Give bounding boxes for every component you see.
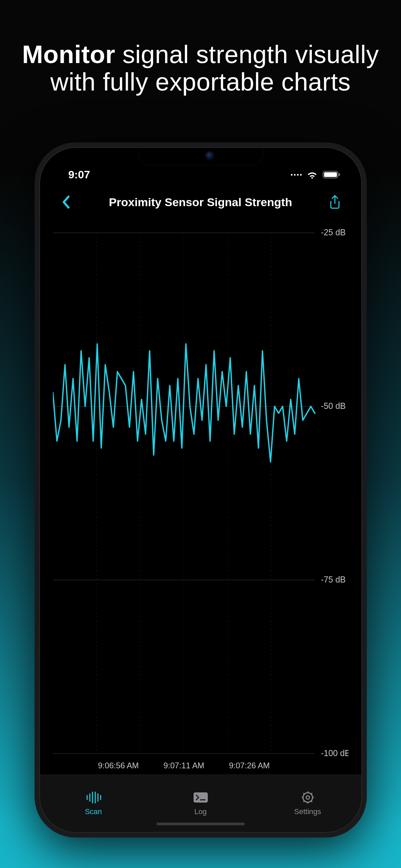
svg-rect-2 [339, 173, 340, 176]
tab-settings[interactable]: Settings [254, 775, 361, 832]
chevron-left-icon [62, 195, 71, 209]
back-button[interactable] [58, 195, 75, 209]
svg-text:-100 dB: -100 dB [321, 748, 348, 757]
device-notch [138, 148, 263, 165]
svg-text:9:07:26 AM: 9:07:26 AM [229, 761, 269, 770]
tab-log-label: Log [194, 807, 207, 816]
svg-text:9:06:56 AM: 9:06:56 AM [98, 761, 139, 770]
hero-bold: Monitor [22, 40, 115, 68]
svg-text:-50 dB: -50 dB [321, 401, 345, 410]
hero-rest1: signal strength visually [115, 40, 379, 68]
svg-text:-25 dB: -25 dB [321, 227, 345, 237]
phone-frame: 9:07 Proximity Sensor Signal Strength [35, 142, 367, 837]
svg-line-34 [311, 793, 312, 794]
gear-icon [301, 791, 315, 804]
tab-bar: Scan Log Settings [40, 774, 361, 832]
status-right [291, 170, 341, 179]
terminal-icon [193, 791, 208, 804]
hero-headline: Monitor signal strength visually with fu… [0, 41, 401, 96]
battery-icon [323, 170, 341, 179]
svg-text:9:07:11 AM: 9:07:11 AM [163, 761, 204, 770]
screen-title: Proximity Sensor Signal Strength [75, 196, 327, 209]
scan-icon [86, 791, 101, 804]
svg-rect-1 [324, 172, 337, 177]
svg-rect-25 [194, 792, 208, 803]
hero-rest2: with fully exportable charts [51, 68, 351, 96]
svg-line-33 [311, 801, 312, 802]
share-icon [328, 195, 342, 210]
nav-bar: Proximity Sensor Signal Strength [40, 189, 361, 216]
tab-settings-label: Settings [294, 807, 321, 816]
cellular-dots-icon [291, 174, 302, 176]
svg-point-26 [303, 793, 313, 802]
signal-chart[interactable]: -25 dB-50 dB-75 dB-100 dB9:06:56 AM9:07:… [53, 226, 348, 774]
svg-point-27 [306, 796, 309, 799]
home-indicator[interactable] [157, 823, 245, 825]
wifi-icon [306, 170, 318, 179]
svg-line-32 [303, 793, 304, 794]
phone-screen: 9:07 Proximity Sensor Signal Strength [39, 147, 362, 833]
svg-text:-75 dB: -75 dB [321, 574, 345, 584]
share-button[interactable] [327, 195, 343, 210]
tab-scan-label: Scan [85, 807, 102, 816]
svg-line-35 [303, 801, 304, 802]
status-bar: 9:07 [40, 163, 361, 186]
status-time: 9:07 [68, 169, 90, 181]
tab-scan[interactable]: Scan [40, 775, 147, 832]
